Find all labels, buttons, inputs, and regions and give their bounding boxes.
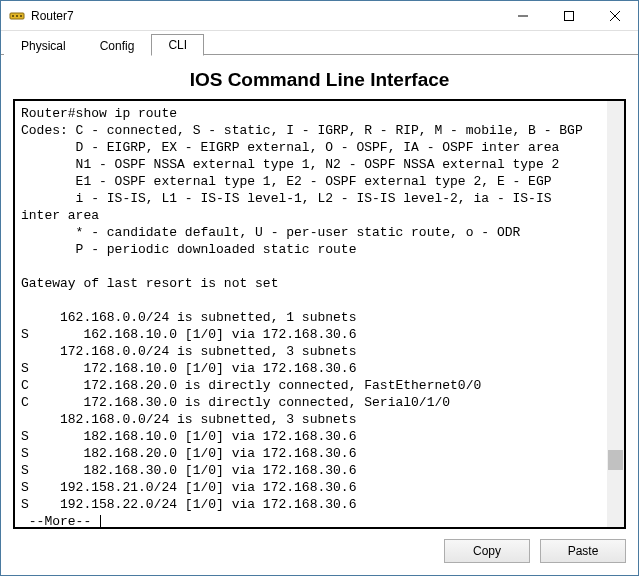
cli-line: S 182.168.20.0 [1/0] via 172.168.30.6 — [21, 446, 356, 461]
svg-point-2 — [16, 15, 18, 17]
cli-line: Gateway of last resort is not set — [21, 276, 278, 291]
cli-line: 172.168.0.0/24 is subnetted, 3 subnets — [21, 344, 356, 359]
cli-line: inter area — [21, 208, 99, 223]
tab-config[interactable]: Config — [83, 35, 152, 56]
maximize-button[interactable] — [546, 1, 592, 31]
cli-line: S 172.168.10.0 [1/0] via 172.168.30.6 — [21, 361, 356, 376]
svg-rect-5 — [565, 11, 574, 20]
titlebar: Router7 — [1, 1, 638, 31]
tab-physical[interactable]: Physical — [4, 35, 83, 56]
cli-line: Codes: C - connected, S - static, I - IG… — [21, 123, 583, 138]
cli-line: C 172.168.30.0 is directly connected, Se… — [21, 395, 450, 410]
cli-line: D - EIGRP, EX - EIGRP external, O - OSPF… — [21, 140, 559, 155]
svg-point-1 — [12, 15, 14, 17]
cli-line: S 192.158.22.0/24 [1/0] via 172.168.30.6 — [21, 497, 356, 512]
copy-button[interactable]: Copy — [444, 539, 530, 563]
cli-line: S 162.168.10.0 [1/0] via 172.168.30.6 — [21, 327, 356, 342]
cli-line: C 172.168.20.0 is directly connected, Fa… — [21, 378, 481, 393]
cli-panel: IOS Command Line Interface Router#show i… — [1, 55, 638, 575]
cli-line: N1 - OSPF NSSA external type 1, N2 - OSP… — [21, 157, 559, 172]
button-row: Copy Paste — [13, 539, 626, 563]
tab-cli[interactable]: CLI — [151, 34, 204, 56]
cli-more-prompt: --More-- — [21, 514, 99, 529]
cli-terminal[interactable]: Router#show ip route Codes: C - connecte… — [13, 99, 626, 529]
scrollbar-thumb[interactable] — [608, 450, 623, 470]
paste-button[interactable]: Paste — [540, 539, 626, 563]
scrollbar[interactable] — [607, 101, 624, 527]
cursor-icon — [100, 515, 101, 529]
window-title: Router7 — [31, 9, 500, 23]
cli-line: E1 - OSPF external type 1, E2 - OSPF ext… — [21, 174, 552, 189]
cli-line: 182.168.0.0/24 is subnetted, 3 subnets — [21, 412, 356, 427]
cli-line: i - IS-IS, L1 - IS-IS level-1, L2 - IS-I… — [21, 191, 552, 206]
minimize-button[interactable] — [500, 1, 546, 31]
cli-line: Router#show ip route — [21, 106, 177, 121]
cli-line: S 182.168.30.0 [1/0] via 172.168.30.6 — [21, 463, 356, 478]
cli-line: 162.168.0.0/24 is subnetted, 1 subnets — [21, 310, 356, 325]
tab-bar: Physical Config CLI — [1, 31, 638, 55]
terminal-wrap: Router#show ip route Codes: C - connecte… — [13, 99, 626, 529]
cli-line: P - periodic downloaded static route — [21, 242, 356, 257]
app-icon — [9, 8, 25, 24]
cli-line: S 192.158.21.0/24 [1/0] via 172.168.30.6 — [21, 480, 356, 495]
svg-point-3 — [20, 15, 22, 17]
cli-line: S 182.168.10.0 [1/0] via 172.168.30.6 — [21, 429, 356, 444]
close-button[interactable] — [592, 1, 638, 31]
cli-line: * - candidate default, U - per-user stat… — [21, 225, 520, 240]
panel-title: IOS Command Line Interface — [13, 69, 626, 91]
